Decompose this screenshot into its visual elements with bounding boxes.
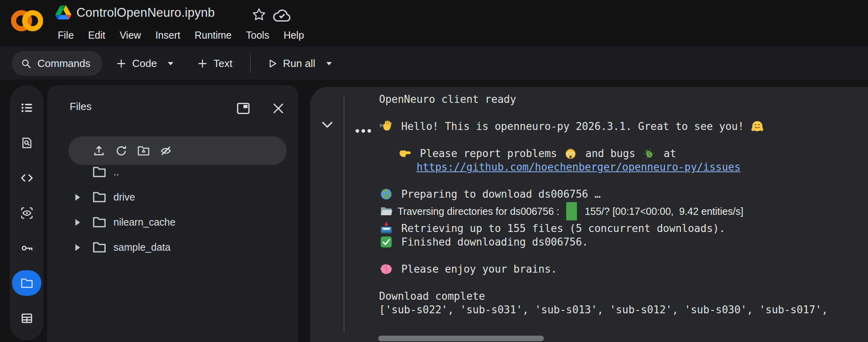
folder-icon [92,216,107,229]
output-line: OpenNeuro client ready [379,92,866,106]
colab-app: ControlOpenNeuro.ipynb FileEditViewInser… [0,0,868,342]
folder-icon [20,277,33,290]
beetle-icon [642,147,655,160]
notebook-toolbar: Commands Code Text Run all [0,47,868,80]
add-text-label: Text [213,57,233,70]
progress-text: 155/? [00:17<00:00, 9.42 entities/s] [585,206,743,217]
progress-line: Traversing directories for ds006756 : 15… [379,201,866,222]
output-text: Retrieving up to 155 files (5 concurrent… [395,222,725,234]
menu-view[interactable]: View [119,29,141,41]
sidebar-item-files[interactable] [12,270,41,296]
colab-logo-icon[interactable] [11,8,43,33]
expand-arrow-icon[interactable] [74,244,82,252]
files-panel-title: Files [70,100,92,113]
arrow-spacer [74,168,82,176]
output-line: Retrieving up to 155 files (5 concurrent… [379,222,866,235]
close-icon[interactable] [271,101,285,116]
more-dots-icon[interactable] [356,129,371,133]
tree-item-drive[interactable]: drive [47,185,298,210]
menu-runtime[interactable]: Runtime [195,29,232,41]
output-text: and bugs [579,147,642,159]
output-text: Please enjoy your brains. [395,263,557,275]
cloud-saved-icon[interactable] [272,9,291,22]
output-text: Finished downloading ds006756. [395,236,588,248]
run-all-button[interactable]: Run all [267,57,315,70]
wave-icon [379,120,393,133]
output-line: Download complete [379,289,866,303]
upload-icon[interactable] [92,144,106,157]
hug-icon [751,120,764,133]
progress-text: Traversing directories for ds006756 : [395,206,562,217]
output-line [379,106,866,120]
eye-scan-icon [20,206,33,220]
google-drive-icon [55,5,71,20]
add-code-label: Code [132,57,157,70]
output-line [379,133,866,147]
menu-tools[interactable]: Tools [246,29,269,41]
sidebar-item-table-of-contents[interactable] [12,95,41,120]
add-text-button[interactable]: Text [197,57,233,70]
point-right-icon [398,147,412,160]
collapse-output-chevron-down-icon[interactable] [320,117,335,132]
notebook-title[interactable]: ControlOpenNeuro.ipynb [76,6,215,20]
menubar: FileEditViewInsertRuntimeToolsHelp [58,29,304,41]
output-line: Hello! This is openneuro-py 2026.3.1. Gr… [379,120,866,133]
expand-arrow-icon[interactable] [74,193,82,201]
output-text: Hello! This is openneuro-py 2026.3.1. Gr… [395,120,750,132]
notebook-area: OpenNeuro client ready Hello! This is op… [310,87,868,342]
tree-item-sample_data[interactable]: sample_data [47,235,298,260]
tree-item-parent-dir[interactable]: .. [47,159,298,185]
tree-item-label: sample_data [113,242,170,253]
star-icon[interactable] [252,7,266,22]
add-code-dropdown-icon[interactable] [167,61,174,66]
output-text: at [657,147,676,159]
horizontal-scrollbar[interactable] [378,336,544,341]
tree-item-nilearn_cache[interactable]: nilearn_cache [47,210,298,235]
open-in-new-pane-icon[interactable] [235,100,251,116]
output-line [379,174,866,187]
doc-search-icon [20,136,33,149]
issues-link[interactable]: https://github.com/hoechenberger/openneu… [416,161,741,173]
mount-drive-icon[interactable] [137,144,150,157]
sidebar-item-eye-scanner[interactable] [12,200,41,226]
plus-icon [197,58,208,69]
run-all-dropdown-icon[interactable] [326,61,332,66]
tree-item-label: .. [113,166,119,178]
output-text: Please report problems [414,147,563,159]
toggle-hidden-files-icon[interactable] [159,144,172,157]
commands-button[interactable]: Commands [12,51,102,76]
output-line: ['sub-s022', 'sub-s031', 'sub-s013', 'su… [379,303,866,316]
output-line: Preparing to download ds006756 … [379,187,866,201]
output-line: Please report problems and bugs at [379,147,866,160]
tree-item-label: drive [113,191,135,203]
sidebar-item-data-table[interactable] [12,305,41,331]
sidebar-item-find-and-replace[interactable] [12,130,41,155]
folder-icon [92,165,107,179]
menu-help[interactable]: Help [283,29,304,41]
toolbar-divider [250,54,251,73]
tree-item-label: nilearn_cache [113,216,176,228]
globe-icon [379,187,393,201]
menu-insert[interactable]: Insert [155,29,180,41]
sidebar-item-code-snippets[interactable] [12,165,41,191]
output-text: Download complete [379,290,485,302]
output-left-rule [344,96,344,332]
menu-file[interactable]: File [58,29,74,41]
output-text: ['sub-s022', 'sub-s031', 'sub-s013', 'su… [379,304,828,316]
expand-arrow-icon[interactable] [74,218,82,226]
refresh-icon[interactable] [115,144,128,157]
sidebar-item-secrets[interactable] [12,235,41,261]
grid-icon [20,312,33,325]
output-text: Preparing to download ds006756 … [395,188,601,200]
exploding-head-icon [564,147,577,160]
add-code-button[interactable]: Code [116,57,157,70]
brain-icon [379,262,393,276]
output-line: Please enjoy your brains. [379,262,866,276]
files-panel: Files ..drivenilearn_cachesample_data [47,85,298,342]
key-icon [20,242,33,255]
menu-edit[interactable]: Edit [88,29,105,41]
activity-bar [10,85,43,340]
output-line [379,276,866,289]
plus-icon [116,58,127,69]
search-icon [21,58,31,69]
